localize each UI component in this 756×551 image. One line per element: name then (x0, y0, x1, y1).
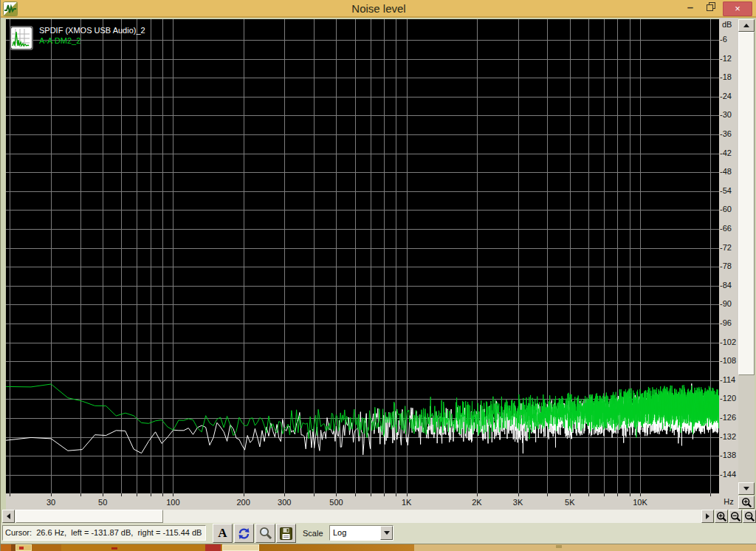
legend-series-1: SPDIF (XMOS USB Audio)_2 (39, 26, 145, 35)
scroll-up-button[interactable] (738, 19, 755, 32)
y-tick-label: -114 (720, 375, 735, 384)
x-tick-label: 300 (278, 498, 291, 507)
background-window-strip (1, 544, 756, 551)
y-tick-label: -54 (720, 186, 732, 195)
x-tick-mark (103, 493, 103, 496)
scroll-down-button[interactable] (738, 482, 755, 495)
x-tick-mark (570, 493, 571, 496)
plot-area[interactable]: SPDIF (XMOS USB Audio)_2 A-A DM2_2 (6, 19, 719, 493)
x-tick-mark (640, 493, 641, 496)
x-tick-mark (384, 493, 385, 496)
cursor-readout: Cursor: 26.6 Hz, left = -131.87 dB, righ… (2, 525, 206, 541)
x-tick-mark (630, 493, 630, 496)
x-tick-mark (10, 493, 10, 496)
noise-spectrum-chart (6, 19, 719, 493)
magnifier-icon (258, 526, 273, 541)
x-tick-mark (162, 493, 163, 496)
y-tick-label: -78 (720, 261, 732, 270)
y-tick-label: -42 (720, 148, 732, 157)
scale-value: Log (333, 528, 346, 537)
floppy-disk-icon (279, 527, 293, 541)
font-button[interactable]: A (213, 524, 233, 543)
y-tick-label: -66 (720, 224, 732, 233)
zoom-in-vertical-button[interactable] (738, 496, 755, 509)
y-tick-label: -90 (720, 299, 732, 308)
y-tick-label: -102 (720, 338, 736, 346)
save-button[interactable] (276, 524, 296, 543)
x-tick-label: 3K (513, 498, 523, 507)
vertical-scroll-thumb[interactable] (738, 32, 755, 375)
chevron-down-icon (384, 531, 390, 535)
magnifier-minus-icon (744, 511, 755, 522)
scale-combobox[interactable]: Log (329, 525, 394, 541)
x-tick-label: 30 (47, 498, 55, 507)
y-tick-label: -126 (720, 413, 736, 422)
app-icon (3, 1, 18, 16)
refresh-button[interactable] (234, 524, 254, 543)
y-tick-label: -72 (720, 243, 732, 252)
y-axis-unit: dB (722, 20, 732, 29)
mini-close-button (205, 544, 221, 551)
inspect-button[interactable] (255, 524, 275, 543)
y-tick-label: -108 (720, 356, 736, 365)
x-tick-label: 50 (98, 498, 107, 507)
scale-label: Scale (303, 529, 323, 538)
x-axis-unit: Hz (719, 495, 738, 510)
x-tick-mark (371, 493, 371, 496)
refresh-icon (237, 527, 251, 541)
x-tick-mark (173, 493, 173, 496)
x-tick-label: 10K (633, 498, 647, 507)
y-tick-label: -24 (720, 92, 732, 100)
vertical-scrollbar[interactable] (738, 19, 755, 495)
zoom-in-horizontal-button[interactable] (715, 510, 728, 523)
magnifier-plus-icon (716, 511, 727, 522)
x-tick-mark (518, 493, 519, 496)
x-tick-label: 1K (402, 498, 411, 507)
y-tick-label: -60 (720, 205, 732, 213)
magnifier-minus-icon (730, 511, 741, 522)
x-tick-label: 100 (166, 498, 179, 507)
title-bar: Noise level – × (1, 0, 756, 18)
y-tick-label: -96 (720, 318, 732, 327)
scroll-right-button[interactable] (701, 510, 714, 523)
y-tick-label: -12 (720, 54, 732, 63)
down-arrow-icon (743, 487, 749, 490)
y-tick-label: -144 (720, 470, 736, 479)
x-tick-mark (588, 493, 589, 496)
horizontal-scroll-thumb[interactable] (16, 510, 163, 523)
y-tick-label: -30 (720, 110, 732, 119)
x-tick-mark (604, 493, 605, 496)
x-tick-mark (244, 493, 244, 496)
combo-dropdown-button[interactable] (380, 526, 393, 540)
legend-button[interactable] (11, 27, 32, 49)
legend-series-2: A-A DM2_2 (39, 36, 80, 45)
x-tick-label: 500 (329, 498, 343, 507)
noise-level-window: Noise level – × SPDIF (XMOS USB Audio)_2… (0, 0, 756, 551)
scroll-left-button[interactable] (2, 510, 15, 523)
zoom-reset-button[interactable] (743, 510, 756, 523)
up-arrow-icon (743, 24, 749, 27)
x-tick-mark (80, 493, 81, 496)
minimize-button[interactable]: – (681, 1, 699, 16)
x-tick-mark (151, 493, 151, 496)
x-tick-mark (477, 493, 478, 496)
font-icon: A (218, 526, 227, 541)
x-tick-mark (407, 493, 408, 496)
x-tick-mark (396, 493, 396, 496)
restore-button[interactable] (701, 1, 718, 16)
x-tick-mark (547, 493, 548, 496)
x-axis-labels: 30501002003005001K2K3K5K10K (6, 493, 719, 510)
status-toolbar: Cursor: 26.6 Hz, left = -131.87 dB, righ… (1, 523, 756, 544)
x-tick-mark (710, 493, 711, 496)
left-arrow-icon (7, 513, 10, 519)
x-tick-mark (51, 493, 52, 496)
window-title: Noise level (351, 2, 405, 15)
spectrum-icon (12, 29, 30, 47)
x-tick-mark (617, 493, 618, 496)
y-tick-label: -120 (720, 394, 736, 403)
right-arrow-icon (706, 513, 709, 519)
close-button[interactable]: × (723, 1, 752, 16)
horizontal-scrollbar[interactable] (2, 510, 714, 523)
y-tick-label: -138 (720, 451, 736, 459)
zoom-out-horizontal-button[interactable] (729, 510, 742, 523)
